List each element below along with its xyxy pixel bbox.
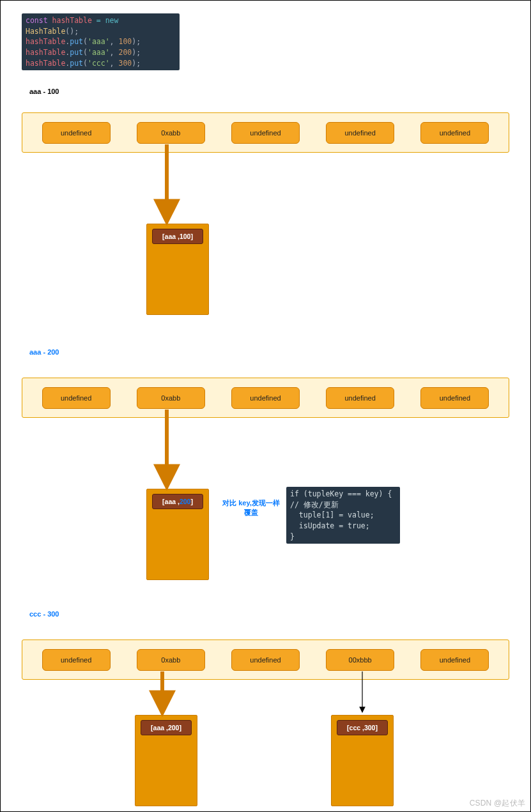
slot: undefined — [231, 122, 300, 144]
slot: undefined — [42, 649, 111, 671]
hash-row-3: undefined 0xabb undefined 00xbbb undefin… — [22, 640, 509, 680]
slot: undefined — [42, 122, 111, 144]
section-label-2: aaa - 200 — [29, 348, 59, 356]
code-line: const hashTable = new HashTable(); — [26, 15, 176, 36]
slot: undefined — [326, 387, 394, 409]
hash-row-2: undefined 0xabb undefined undefined unde… — [22, 378, 509, 418]
section-label-1: aaa - 100 — [29, 88, 59, 95]
bucket-3a: [aaa ,200] — [135, 715, 197, 806]
code-block-init: const hashTable = new HashTable(); hashT… — [22, 13, 180, 70]
slot: undefined — [231, 387, 300, 409]
bucket-1: [aaa ,100] — [146, 224, 209, 315]
section-label-3: ccc - 300 — [29, 610, 59, 618]
code-line: hashTable.put('aaa', 100); — [26, 36, 176, 47]
slot: 0xabb — [137, 122, 205, 144]
code-line: tuple[1] = value; — [290, 510, 396, 521]
code-line: isUpdate = true; — [290, 521, 396, 532]
slot: 0xabb — [137, 387, 205, 409]
bucket-item: [ccc ,300] — [337, 720, 388, 735]
bucket-2: [aaa ,200] — [146, 489, 209, 580]
slot: undefined — [231, 649, 300, 671]
code-line: // 修改/更新 — [290, 500, 396, 510]
slot: undefined — [326, 122, 394, 144]
slot: undefined — [420, 649, 489, 671]
code-block-update: if (tupleKey === key) { // 修改/更新 tuple[1… — [286, 487, 400, 544]
bucket-item: [aaa ,200] — [141, 720, 192, 735]
watermark: CSDN @起伏羊 — [470, 798, 525, 809]
code-line: if (tupleKey === key) { — [290, 489, 396, 500]
bucket-3b: [ccc ,300] — [331, 715, 394, 806]
slot: undefined — [420, 387, 489, 409]
slot: 00xbbb — [326, 649, 394, 671]
code-line: hashTable.put('ccc', 300); — [26, 58, 176, 69]
code-line: hashTable.put('aaa', 200); — [26, 47, 176, 58]
annotation: 对比 key,发现一样 覆盖 — [213, 498, 289, 517]
bucket-item: [aaa ,100] — [152, 229, 203, 244]
bucket-item: [aaa ,200] — [152, 494, 203, 509]
slot: undefined — [42, 387, 111, 409]
slot: undefined — [420, 122, 489, 144]
hash-row-1: undefined 0xabb undefined undefined unde… — [22, 112, 509, 153]
code-line: } — [290, 532, 396, 542]
slot: 0xabb — [137, 649, 205, 671]
